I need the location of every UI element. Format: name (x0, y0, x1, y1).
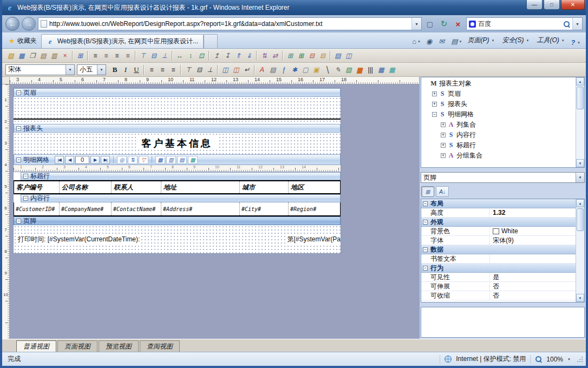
save-icon[interactable]: ▦ (16, 51, 27, 61)
zoom-icon[interactable] (535, 356, 542, 363)
prop-group-layout[interactable]: − 布局 (421, 199, 576, 208)
grid-cells-icon[interactable]: ▦ (188, 156, 198, 164)
tree-expand-icon[interactable]: + (441, 133, 446, 137)
tree-expand-icon[interactable]: + (441, 143, 446, 148)
font-color-icon[interactable]: A (257, 65, 267, 75)
collapse-icon[interactable]: − (423, 220, 428, 225)
sort-records-icon[interactable]: ⇅ (128, 156, 138, 164)
url-text[interactable]: http://www.tuowei.cn/WebReport/DesignRep… (49, 20, 409, 28)
print-time-label[interactable]: 打印时间: [#SystemVar(CurrentDateTime): (18, 235, 140, 244)
collapse-icon[interactable]: − (23, 174, 28, 179)
wrap-text-icon[interactable]: ↵ (241, 65, 252, 75)
search-icon[interactable] (563, 21, 570, 28)
band-header-detail-grid[interactable]: − 明细网格 |◀ ◀ 0 ▶ ▶| ◎⇅▽ (14, 154, 341, 165)
view-tab-normal[interactable]: 普通视图 (16, 340, 56, 352)
same-width-icon[interactable]: ↔ (174, 51, 185, 61)
field-cell[interactable]: #Address# (161, 202, 240, 215)
search-dropdown-button[interactable]: ▼ (572, 18, 582, 30)
prop-height[interactable]: 高度 1.32 (421, 208, 576, 218)
add-row-icon[interactable]: ⊞ (285, 51, 296, 61)
align-bottom-icon[interactable]: ⊥ (159, 51, 170, 61)
chevron-down-icon[interactable]: ▼ (97, 65, 106, 75)
zoom-dropdown-button[interactable]: ▼ (567, 358, 571, 361)
close-button[interactable]: ✕ (561, 0, 585, 10)
band-header-report-header[interactable]: − 报表头 (14, 124, 341, 133)
align-left-icon[interactable]: ≡ (90, 51, 101, 61)
report-title-label[interactable]: 客户基本信息 (137, 137, 217, 150)
tree-item-page-header[interactable]: + S 页眉 (421, 89, 576, 99)
collapse-icon[interactable]: − (423, 201, 428, 206)
line-icon[interactable]: ╲ (322, 65, 332, 75)
property-value[interactable]: 否 (490, 291, 576, 300)
search-engine-label[interactable]: 百度 (478, 19, 561, 29)
font-family-select[interactable]: 宋体 ▼ (5, 64, 75, 75)
collapse-icon[interactable]: − (16, 126, 21, 131)
tree-expand-icon[interactable]: − (432, 112, 437, 117)
compatibility-view-button[interactable]: ▢ (424, 17, 436, 30)
report-header-content[interactable]: 客户基本信息 (14, 133, 341, 154)
column-header-cell[interactable]: 联系人 (112, 181, 161, 193)
memo-icon[interactable]: ▤ (267, 65, 278, 75)
print-setup-icon[interactable]: ▤ (332, 51, 343, 61)
refresh-button[interactable]: ↻ (438, 17, 450, 30)
swap-rows-icon[interactable]: ⇅ (259, 51, 270, 61)
barcode-icon[interactable]: ||| (365, 65, 376, 75)
resize-grip[interactable] (576, 356, 584, 363)
column-header-cell[interactable]: 公司名称 (60, 181, 112, 193)
feeds-button[interactable]: ◉ (424, 36, 435, 47)
table-icon[interactable]: ▦ (376, 65, 387, 75)
property-value[interactable]: White (490, 227, 576, 235)
tree-item-group-collection[interactable]: + A 分组集合 (421, 150, 576, 161)
column-header-cell[interactable]: 客户编号 (14, 181, 60, 193)
text-align-right-icon[interactable]: ≡ (168, 65, 179, 75)
title-bar[interactable]: e Web报表(B/S报表)演示, 在网页中应用报表设计器设计报表 - 1k.g… (2, 0, 586, 15)
align-middle-icon[interactable]: ⊟ (148, 51, 159, 61)
collapse-icon[interactable]: − (16, 157, 21, 162)
band-header-content-row[interactable]: − 内容行 (21, 194, 341, 202)
align-right-icon[interactable]: ≡ (112, 51, 122, 61)
address-dropdown-button[interactable]: ▼ (411, 18, 421, 30)
grid-columns-icon[interactable]: ▥ (166, 156, 176, 164)
tree-item-content-row[interactable]: + S 内容行 (421, 130, 576, 140)
categorized-button[interactable]: ⊞ (421, 186, 434, 197)
property-grid-scrollbar[interactable]: ▲ ▼ (576, 199, 584, 302)
tree-expand-icon[interactable]: + (432, 91, 437, 96)
scrollbar-track[interactable] (576, 86, 584, 159)
insert-table-icon[interactable]: ⊞ (75, 51, 86, 61)
chevron-down-icon[interactable]: ▼ (576, 173, 584, 182)
line-element[interactable] (14, 119, 341, 120)
lock-icon[interactable]: ▣ (311, 65, 322, 75)
print-preview-icon[interactable]: ◫ (343, 51, 354, 61)
formula-icon[interactable]: ƒ (278, 65, 289, 75)
delete-row-icon[interactable]: ⊟ (306, 51, 317, 61)
next-record-button[interactable]: ▶ (90, 156, 100, 164)
add-column-icon[interactable]: ⊞ (296, 51, 306, 61)
zoom-level[interactable]: 100% (546, 356, 563, 363)
bring-to-front-icon[interactable]: ⇑ (233, 51, 244, 61)
chevron-down-icon[interactable]: ▼ (66, 65, 74, 75)
swap-columns-icon[interactable]: ⇄ (270, 51, 280, 61)
tree-expand-icon[interactable]: + (432, 102, 437, 107)
grid-color-icon[interactable]: ▦ (387, 65, 397, 75)
valign-bottom-icon[interactable]: ⊥ (205, 65, 215, 75)
forward-button[interactable]: → (22, 17, 36, 31)
font-size-select[interactable]: 小五 ▼ (77, 64, 106, 75)
delete-column-icon[interactable]: ⊟ (317, 51, 328, 61)
last-record-button[interactable]: ▶| (101, 156, 110, 164)
column-header-cell[interactable]: 地址 (161, 181, 240, 193)
settings-icon[interactable]: ✱ (289, 65, 300, 75)
tree-expand-icon[interactable]: + (441, 153, 446, 158)
collapse-icon[interactable]: − (16, 90, 21, 95)
italic-button[interactable]: I (120, 65, 131, 75)
prop-font[interactable]: 字体 宋体(9) (421, 236, 576, 245)
address-input[interactable]: http://www.tuowei.cn/WebReport/DesignRep… (38, 17, 422, 30)
same-size-icon[interactable]: ⊡ (196, 51, 207, 61)
page-header-content[interactable] (14, 97, 341, 124)
field-cell[interactable]: #Region# (289, 202, 342, 215)
scroll-down-button[interactable]: ▼ (576, 159, 584, 167)
collapse-icon[interactable]: − (423, 266, 428, 271)
chart-icon[interactable]: ▆ (354, 65, 365, 75)
split-cells-icon[interactable]: ◫ (231, 65, 241, 75)
property-value[interactable]: 宋体(9) (490, 236, 576, 245)
prop-visible[interactable]: 可见性 是 (421, 273, 576, 282)
